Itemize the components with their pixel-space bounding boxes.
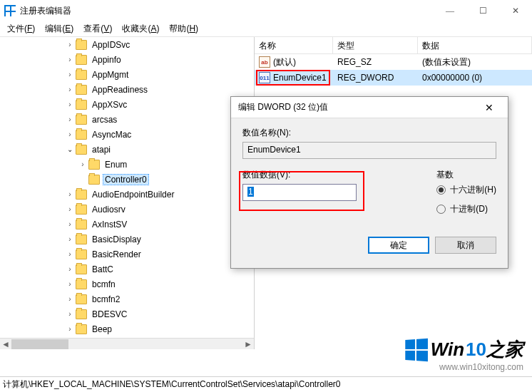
minimize-button[interactable]: —	[434, 0, 466, 21]
windows-logo-icon	[405, 338, 428, 361]
folder-icon	[76, 145, 87, 155]
tree-node-appidsvc[interactable]: ›AppIDSvc	[0, 37, 254, 52]
tree-node-appreadiness[interactable]: ›AppReadiness	[0, 82, 254, 97]
list-row[interactable]: 011EnumDevice1REG_DWORD0x00000000 (0)	[255, 70, 532, 86]
chevron-icon[interactable]: ›	[64, 265, 76, 273]
tree-node-axinstsv[interactable]: ›AxInstSV	[0, 217, 254, 232]
chevron-icon[interactable]: ›	[64, 280, 76, 288]
folder-icon	[76, 324, 87, 334]
tree-node-label: Audiosrv	[90, 204, 128, 215]
chevron-icon[interactable]: ›	[64, 100, 76, 108]
chevron-icon[interactable]: ⌄	[64, 145, 76, 153]
tree-node-arcsas[interactable]: ›arcsas	[0, 112, 254, 127]
chevron-icon[interactable]: ›	[77, 160, 88, 168]
scroll-left-icon[interactable]: ◄	[0, 339, 11, 349]
tree-node-appinfo[interactable]: ›Appinfo	[0, 52, 254, 67]
column-type[interactable]: 类型	[333, 37, 418, 53]
menu-bar: 文件(F) 编辑(E) 查看(V) 收藏夹(A) 帮助(H)	[0, 21, 532, 37]
tree-node-label: arcsas	[90, 114, 119, 125]
column-name[interactable]: 名称	[255, 37, 333, 53]
status-bar: 计算机\HKEY_LOCAL_MACHINE\SYSTEM\CurrentCon…	[0, 376, 532, 392]
folder-icon	[76, 309, 87, 319]
tree-node-asyncmac[interactable]: ›AsyncMac	[0, 127, 254, 142]
radio-dec[interactable]: 十进制(D)	[436, 203, 496, 215]
chevron-icon[interactable]: ›	[64, 250, 76, 258]
column-data[interactable]: 数据	[418, 37, 532, 53]
tree-node-label: atapi	[90, 144, 113, 155]
tree-node-label: AxInstSV	[90, 219, 129, 230]
folder-icon	[76, 130, 87, 140]
tree-node-label: BasicRender	[90, 249, 143, 260]
chevron-icon[interactable]: ›	[64, 71, 76, 78]
title-bar: 注册表编辑器 — ☐ ✕	[0, 0, 532, 21]
window-title: 注册表编辑器	[20, 5, 434, 17]
chevron-icon[interactable]: ›	[64, 310, 76, 318]
app-icon	[4, 5, 16, 16]
tree-node-bcmfn[interactable]: ›bcmfn	[0, 277, 254, 292]
chevron-icon[interactable]: ›	[64, 220, 76, 228]
dialog-title: 编辑 DWORD (32 位)值	[238, 101, 478, 113]
tree-node-audioendpointbuilder[interactable]: ›AudioEndpointBuilder	[0, 187, 254, 202]
folder-icon	[76, 70, 87, 80]
value-data: 0x00000000 (0)	[418, 73, 532, 83]
menu-file[interactable]: 文件(F)	[3, 21, 39, 36]
base-label: 基数	[436, 169, 496, 181]
chevron-icon[interactable]: ›	[64, 86, 76, 93]
chevron-icon[interactable]: ›	[64, 41, 76, 48]
radio-hex-icon	[436, 185, 446, 195]
tree-node-label: AppIDSvc	[90, 39, 132, 51]
ok-button[interactable]: 确定	[368, 237, 429, 254]
menu-favorites[interactable]: 收藏夹(A)	[118, 21, 163, 36]
horizontal-scrollbar[interactable]: ◄ ►	[0, 338, 254, 349]
tree-node-appmgmt[interactable]: ›AppMgmt	[0, 67, 254, 82]
folder-icon	[88, 160, 100, 170]
tree-node-audiosrv[interactable]: ›Audiosrv	[0, 202, 254, 217]
folder-icon	[76, 220, 87, 229]
chevron-icon[interactable]: ›	[64, 295, 76, 303]
radio-hex[interactable]: 十六进制(H)	[436, 184, 496, 196]
tree-node-beep[interactable]: ›Beep	[0, 321, 254, 336]
value-type: REG_SZ	[333, 57, 418, 67]
tree-node-label: AudioEndpointBuilder	[90, 189, 176, 200]
chevron-icon[interactable]: ›	[64, 56, 76, 63]
chevron-icon[interactable]: ›	[64, 325, 76, 333]
chevron-icon[interactable]: ›	[64, 205, 76, 213]
tree-node-battc[interactable]: ›BattC	[0, 262, 254, 277]
tree-node-controller0[interactable]: Controller0	[0, 172, 254, 187]
reg-string-icon: ab	[259, 56, 270, 68]
scrollbar-thumb[interactable]	[11, 339, 68, 349]
tree-node-basicrender[interactable]: ›BasicRender	[0, 247, 254, 262]
cancel-button[interactable]: 取消	[435, 237, 496, 254]
tree-pane[interactable]: ›AppIDSvc›Appinfo›AppMgmt›AppReadiness›A…	[0, 37, 255, 349]
value-data-input[interactable]: 1	[242, 184, 357, 201]
value-type: REG_DWORD	[333, 73, 418, 83]
tree-node-bcmfn2[interactable]: ›bcmfn2	[0, 292, 254, 306]
watermark: Win10之家 www.win10xitong.com	[404, 337, 523, 372]
list-row[interactable]: ab(默认)REG_SZ(数值未设置)	[255, 54, 532, 70]
menu-view[interactable]: 查看(V)	[79, 21, 116, 36]
chevron-icon[interactable]: ›	[64, 235, 76, 243]
menu-help[interactable]: 帮助(H)	[165, 21, 203, 36]
tree-node-label: AppXSvc	[90, 99, 129, 110]
scroll-right-icon[interactable]: ►	[242, 339, 254, 349]
chevron-icon[interactable]: ›	[64, 130, 76, 138]
value-data-label: 数值数据(V):	[242, 169, 422, 181]
tree-node-basicdisplay[interactable]: ›BasicDisplay	[0, 232, 254, 247]
folder-icon	[76, 279, 87, 289]
tree-node-atapi[interactable]: ⌄atapi	[0, 142, 254, 157]
maximize-button[interactable]: ☐	[466, 0, 499, 21]
tree-node-enum[interactable]: ›Enum	[0, 157, 254, 172]
dialog-title-bar[interactable]: 编辑 DWORD (32 位)值 ✕	[231, 97, 508, 118]
chevron-icon[interactable]: ›	[64, 115, 76, 123]
folder-icon	[76, 294, 87, 304]
tree-node-appxsvc[interactable]: ›AppXSvc	[0, 97, 254, 112]
radio-dec-icon	[436, 205, 446, 214]
tree-node-bdesvc[interactable]: ›BDESVC	[0, 306, 254, 321]
tree-node-label: AsyncMac	[90, 129, 133, 140]
dialog-close-button[interactable]: ✕	[478, 102, 501, 113]
close-button[interactable]: ✕	[499, 0, 532, 21]
tree-node-label: Beep	[90, 324, 114, 335]
chevron-icon[interactable]: ›	[64, 190, 76, 198]
menu-edit[interactable]: 编辑(E)	[41, 21, 78, 36]
tree-node-label: BDESVC	[90, 309, 129, 320]
